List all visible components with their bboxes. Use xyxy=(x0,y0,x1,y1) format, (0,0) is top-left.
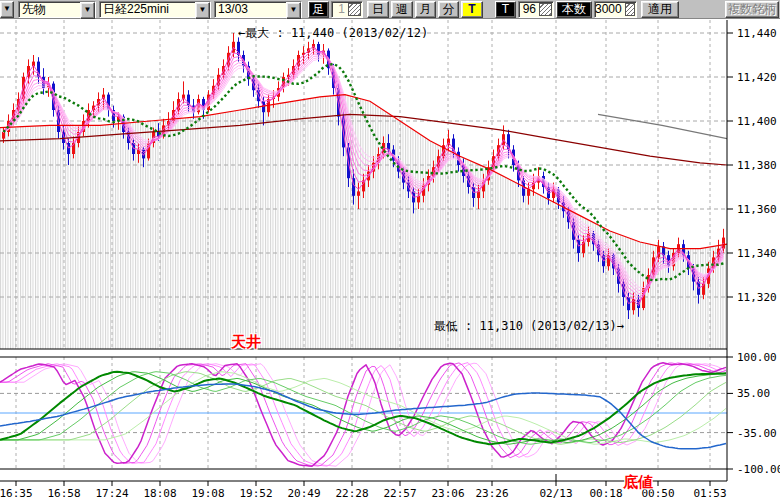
app-window: { "toolbar": { "partial_combo_arrow": "▼… xyxy=(0,0,780,501)
spinner-icon[interactable] xyxy=(348,3,361,16)
osc-tick-label: 35.00 xyxy=(737,387,770,400)
osc-tick-label: -35.00 xyxy=(737,427,777,440)
weekly-button[interactable]: 週 xyxy=(391,1,413,18)
price-tick-label: 11,340 xyxy=(737,247,777,260)
tick-label-button[interactable]: T xyxy=(495,1,516,18)
toolbar: ▼ 先物 ▼ 日経225mini ▼ 13/03 ▼ 足 1 日 週 月 分 T… xyxy=(0,0,780,19)
price-tick-label: 11,360 xyxy=(737,203,777,216)
time-tick-label: 18:08 xyxy=(143,487,176,500)
tick-count-value: 96 xyxy=(519,2,538,16)
bar-count-value: 3000 xyxy=(595,2,624,16)
time-tick-label: 17:24 xyxy=(95,487,128,500)
time-tick-label: 19:52 xyxy=(239,487,272,500)
interval-stepper[interactable]: 1 xyxy=(331,1,363,18)
time-tick-label: 19:08 xyxy=(191,487,224,500)
price-chart-canvas[interactable]: 11,44011,42011,40011,38011,36011,34011,3… xyxy=(0,19,780,501)
time-tick-label: 20:49 xyxy=(287,487,320,500)
price-tick-label: 11,380 xyxy=(737,159,777,172)
time-tick-label: 22:57 xyxy=(383,487,416,500)
chart-area[interactable]: 11,44011,42011,40011,38011,36011,34011,3… xyxy=(0,19,780,501)
interval-value: 1 xyxy=(332,2,347,16)
spinner-icon[interactable] xyxy=(539,3,552,16)
minute-button[interactable]: 分 xyxy=(438,1,459,18)
category-value: 先物 xyxy=(19,2,80,17)
price-tick-label: 11,420 xyxy=(737,71,777,84)
symbol-combobox[interactable]: 日経225mini ▼ xyxy=(99,1,211,18)
tick-mode-button-active[interactable]: T xyxy=(461,1,483,18)
symbol-value: 日経225mini xyxy=(100,2,195,17)
time-tick-label: 23:06 xyxy=(431,487,464,500)
osc-tick-label: 100.00 xyxy=(737,351,777,364)
max-annotation: ←最大 : 11,440 (2013/02/12) xyxy=(238,26,428,40)
daily-button[interactable]: 日 xyxy=(367,1,389,18)
osc-tick-label: -100.00 xyxy=(737,463,780,476)
bar-count-stepper[interactable]: 3000 xyxy=(594,1,637,18)
partial-combo-arrow-icon[interactable]: ▼ xyxy=(0,1,14,18)
chevron-down-icon[interactable]: ▼ xyxy=(286,2,301,19)
bar-type-button[interactable]: 足 xyxy=(308,1,329,18)
spinner-icon[interactable] xyxy=(625,3,635,16)
price-tick-label: 11,320 xyxy=(737,291,777,304)
category-combobox[interactable]: 先物 ▼ xyxy=(18,1,96,18)
time-tick-label: 23:26 xyxy=(475,487,508,500)
time-tick-label: 02/13 xyxy=(539,487,572,500)
min-annotation: 最低 : 11,310 (2013/02/13)→ xyxy=(434,319,624,333)
time-tick-label: 22:28 xyxy=(335,487,368,500)
apply-button[interactable]: 適用 xyxy=(641,1,679,18)
time-tick-label: 16:35 xyxy=(0,487,33,500)
tick-count-stepper[interactable]: 96 xyxy=(518,1,554,18)
ceiling-annotation: 天井 xyxy=(230,333,261,350)
contract-combobox[interactable]: 13/03 ▼ xyxy=(214,1,302,18)
chevron-down-icon[interactable]: ▼ xyxy=(195,2,210,19)
multi-symbol-button: 複数銘柄 xyxy=(725,1,779,18)
bar-count-label-button[interactable]: 本数 xyxy=(556,1,592,18)
price-tick-label: 11,400 xyxy=(737,115,777,128)
chevron-down-icon[interactable]: ▼ xyxy=(80,2,95,19)
time-tick-label: 01:53 xyxy=(693,487,726,500)
price-tick-label: 11,440 xyxy=(737,27,777,40)
time-tick-label: 16:58 xyxy=(47,487,80,500)
contract-value: 13/03 xyxy=(215,2,286,17)
time-tick-label: 00:18 xyxy=(589,487,622,500)
bottom-annotation: 底値 xyxy=(622,473,653,490)
monthly-button[interactable]: 月 xyxy=(415,1,436,18)
